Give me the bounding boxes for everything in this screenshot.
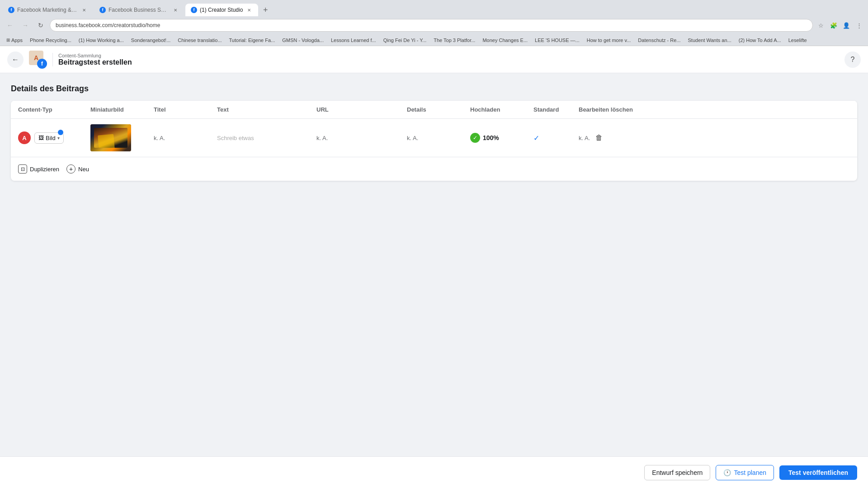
page-title: Beitragstest erstellen	[58, 58, 132, 66]
upload-status: ✓ 100%	[470, 133, 533, 143]
main-page: ← A f Content-Sammlung Beitragstest erst…	[0, 46, 868, 488]
table-header: Content-Typ Miniaturbild Titel Text URL …	[11, 101, 857, 119]
browser-chrome: f Facebook Marketing & Werbe... ✕ f Face…	[0, 0, 868, 46]
upload-check-icon: ✓	[470, 133, 480, 143]
bearbeiten-value: k. A.	[579, 135, 590, 141]
thumbnail-image	[90, 124, 131, 151]
tab-label-2: Facebook Business Suite	[108, 7, 169, 13]
bookmark-lessons[interactable]: Lessons Learned f...	[328, 37, 379, 44]
details-value: k. A.	[407, 135, 418, 141]
tab-close-1[interactable]: ✕	[80, 6, 88, 14]
col-details: Details	[407, 106, 470, 113]
tab-label-1: Facebook Marketing & Werbe...	[17, 7, 78, 13]
plan-test-button[interactable]: 🕐 Test planen	[716, 465, 774, 480]
tab-close-3[interactable]: ✕	[245, 6, 253, 14]
bookmark-chinese[interactable]: Chinese translatio...	[175, 37, 224, 44]
menu-button[interactable]: ⋮	[854, 20, 864, 31]
tab-creator-studio[interactable]: f (1) Creator Studio ✕	[185, 4, 258, 16]
new-tab-button[interactable]: +	[259, 4, 272, 16]
new-button[interactable]: + Neu	[66, 164, 89, 174]
bookmark-star-button[interactable]: ☆	[816, 20, 826, 31]
facebook-logo-icon: f	[37, 59, 47, 69]
upload-percent: 100%	[483, 134, 499, 141]
upload-cell: ✓ 100%	[470, 133, 533, 143]
profile-button[interactable]: 👤	[841, 20, 852, 31]
nav-divider	[52, 53, 53, 66]
title-cell[interactable]: k. A.	[154, 135, 217, 141]
title-value: k. A.	[154, 135, 165, 141]
bookmark-qing[interactable]: Qing Fei De Yi - Y...	[381, 37, 429, 44]
bookmark-working[interactable]: (1) How Working a...	[76, 37, 127, 44]
bookmark-label-apps: Apps	[11, 38, 23, 43]
bookmark-label-chinese: Chinese translatio...	[178, 38, 222, 43]
plan-label: Test planen	[734, 469, 766, 476]
thumbnail[interactable]	[90, 124, 131, 151]
bookmark-label-tutorial: Tutorial: Eigene Fa...	[229, 38, 275, 43]
col-title: Titel	[154, 106, 217, 113]
duplicate-icon: ⊡	[18, 164, 27, 174]
col-text: Text	[217, 106, 316, 113]
bookmark-lee[interactable]: LEE 'S HOUSE —...	[532, 37, 582, 44]
save-draft-button[interactable]: Entwurf speichern	[644, 465, 710, 480]
extensions-button[interactable]: 🧩	[828, 20, 839, 31]
content-area: Details des Beitrags Content-Typ Miniatu…	[0, 73, 868, 456]
avatar: A	[18, 131, 31, 144]
standard-cell[interactable]: ✓	[533, 134, 579, 142]
col-edit-delete: Bearbeiten löschen	[579, 106, 642, 113]
tab-business-suite[interactable]: f Facebook Business Suite ✕	[94, 4, 184, 16]
details-cell: k. A.	[407, 135, 470, 141]
bookmark-student[interactable]: Student Wants an...	[685, 37, 734, 44]
address-bar-row: ← → ↻ business.facebook.com/creatorstudi…	[0, 16, 868, 34]
col-upload: Hochladen	[470, 106, 533, 113]
tab-close-2[interactable]: ✕	[172, 6, 179, 14]
content-type-cell: A 🖼 Bild ▾	[18, 131, 90, 144]
col-thumbnail: Miniaturbild	[90, 106, 154, 113]
bookmark-top3[interactable]: The Top 3 Platfor...	[431, 37, 478, 44]
back-button[interactable]: ←	[7, 52, 24, 68]
dropdown-arrow-icon: ▾	[57, 136, 60, 141]
new-label: Neu	[78, 166, 89, 173]
bookmarks-bar: ⊞ Apps Phone Recycling... (1) How Workin…	[0, 34, 868, 46]
bookmark-label-phone: Phone Recycling...	[30, 38, 71, 43]
bookmark-tutorial[interactable]: Tutorial: Eigene Fa...	[226, 37, 278, 44]
browser-actions: ☆ 🧩 👤 ⋮	[816, 20, 864, 31]
action-row: ⊡ Duplizieren + Neu	[11, 157, 857, 181]
forward-nav-button[interactable]: →	[19, 19, 32, 32]
standard-check-icon: ✓	[533, 134, 539, 142]
url-cell[interactable]: k. A.	[316, 135, 407, 141]
bookmark-label-datenschutz: Datenschutz - Re...	[638, 38, 680, 43]
tab-favicon-3: f	[191, 7, 197, 13]
breadcrumb: Content-Sammlung Beitragstest erstellen	[58, 53, 132, 66]
tab-facebook-marketing[interactable]: f Facebook Marketing & Werbe... ✕	[3, 4, 93, 16]
back-nav-button[interactable]: ←	[4, 19, 16, 32]
address-bar[interactable]: business.facebook.com/creatorstudio/home	[50, 19, 813, 32]
bookmark-how2[interactable]: (2) How To Add A...	[736, 37, 784, 44]
bookmark-money[interactable]: Money Changes E...	[480, 37, 530, 44]
top-nav: ← A f Content-Sammlung Beitragstest erst…	[0, 46, 868, 73]
bookmark-datenschutz[interactable]: Datenschutz - Re...	[635, 37, 683, 44]
duplicate-button[interactable]: ⊡ Duplizieren	[18, 164, 59, 174]
reload-button[interactable]: ↻	[34, 19, 47, 32]
bookmark-howto[interactable]: How to get more v...	[584, 37, 634, 44]
bookmark-phone[interactable]: Phone Recycling...	[27, 37, 74, 44]
col-standard: Standard	[533, 106, 579, 113]
table-row: A 🖼 Bild ▾	[11, 119, 857, 157]
type-label: Bild	[46, 135, 56, 141]
publish-test-button[interactable]: Test veröffentlichen	[779, 465, 857, 480]
section-title: Details des Beitrags	[11, 84, 857, 94]
help-button[interactable]: ?	[844, 52, 861, 68]
bookmark-label-money: Money Changes E...	[482, 38, 528, 43]
tab-bar: f Facebook Marketing & Werbe... ✕ f Face…	[0, 0, 868, 16]
bookmark-label-sonder: Sonderangebot!...	[131, 38, 170, 43]
bookmark-label-gmsn: GMSN - Vologda...	[282, 38, 324, 43]
bookmark-gmsn[interactable]: GMSN - Vologda...	[279, 37, 326, 44]
bookmark-sonder[interactable]: Sonderangebot!...	[128, 37, 173, 44]
text-cell[interactable]: Schreib etwas	[217, 135, 316, 141]
url-value: k. A.	[316, 135, 328, 141]
delete-button[interactable]: 🗑	[595, 134, 603, 142]
bookmark-apps[interactable]: ⊞ Apps	[4, 37, 25, 44]
bookmark-leselifte[interactable]: Leselifte	[786, 37, 810, 44]
bookmark-label-lee: LEE 'S HOUSE —...	[535, 38, 580, 43]
breadcrumb-parent: Content-Sammlung	[58, 53, 132, 58]
tab-favicon-2: f	[99, 7, 106, 13]
